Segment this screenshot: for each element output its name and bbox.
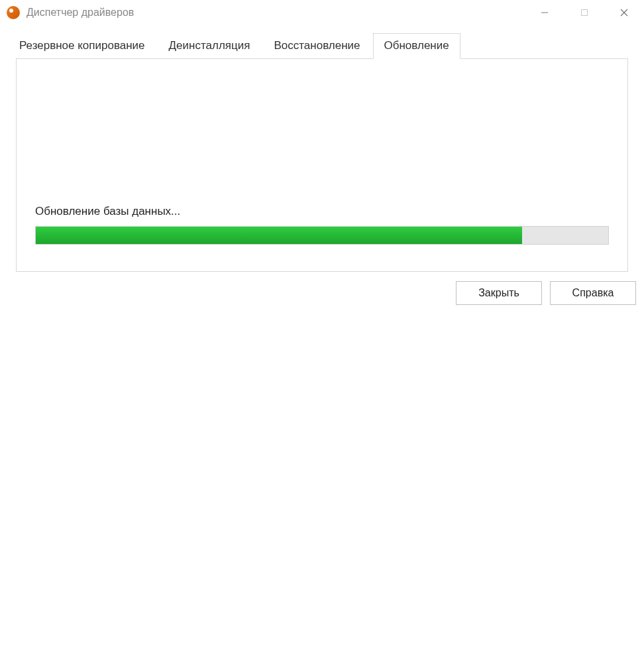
progress-fill [36, 227, 522, 244]
maximize-icon [580, 9, 588, 17]
tab-label: Деинсталляция [169, 39, 250, 52]
app-icon [7, 6, 20, 19]
help-button[interactable]: Справка [550, 281, 636, 305]
svg-rect-1 [582, 10, 588, 16]
tab-content: Обновление базы данных... [16, 58, 628, 272]
status-section: Обновление базы данных... [35, 205, 609, 245]
tabs: Резервное копирование Деинсталляция Восс… [8, 33, 636, 58]
button-label: Закрыть [478, 287, 519, 299]
tab-update[interactable]: Обновление [373, 33, 460, 59]
tab-label: Обновление [384, 39, 449, 52]
button-label: Справка [572, 287, 614, 299]
close-dialog-button[interactable]: Закрыть [456, 281, 542, 305]
progress-bar [35, 226, 609, 245]
close-icon [620, 9, 628, 17]
close-button[interactable] [604, 0, 644, 25]
minimize-button[interactable] [525, 0, 564, 25]
tab-uninstall[interactable]: Деинсталляция [158, 33, 262, 58]
maximize-button [564, 0, 604, 25]
titlebar: Диспетчер драйверов [0, 0, 644, 25]
status-text: Обновление базы данных... [35, 205, 609, 218]
tab-label: Резервное копирование [19, 39, 145, 52]
minimize-icon [541, 9, 549, 17]
tab-backup[interactable]: Резервное копирование [8, 33, 156, 58]
tab-restore[interactable]: Восстановление [262, 33, 371, 58]
app-window: Диспетчер драйверов Резервное копировани… [0, 0, 644, 663]
footer: Закрыть Справка [0, 272, 644, 313]
tab-label: Восстановление [274, 39, 360, 52]
window-title: Диспетчер драйверов [27, 7, 525, 19]
window-controls [525, 0, 644, 25]
tabs-container: Резервное копирование Деинсталляция Восс… [0, 25, 644, 272]
